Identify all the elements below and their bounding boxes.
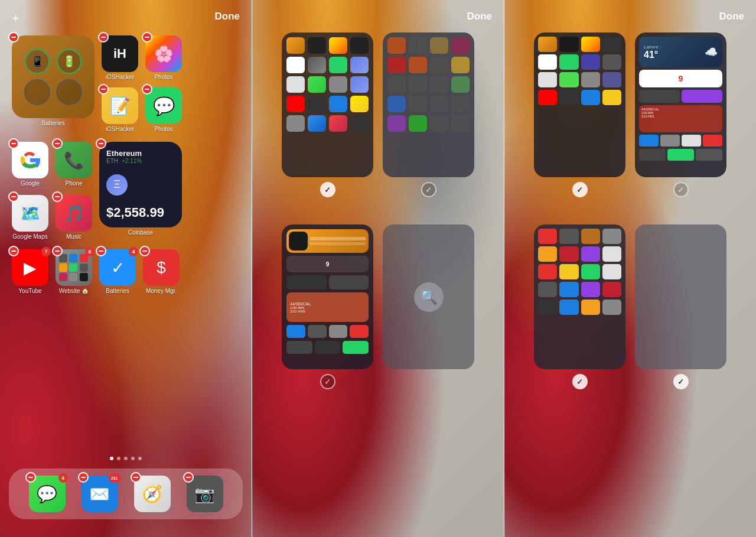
remove-google-button[interactable] bbox=[8, 138, 19, 149]
remove-maps-button[interactable] bbox=[8, 191, 19, 202]
maps-label: Google Maps bbox=[12, 233, 47, 240]
things-label: Batteries bbox=[106, 288, 129, 294]
website-folder-wrapper: 6 Website 🏠 bbox=[56, 249, 92, 294]
ios-hacker-label: iOSHacker bbox=[106, 74, 134, 80]
done-button-2[interactable]: Done bbox=[467, 11, 493, 22]
coinbase-widget: Ethereum ETH +2.11% Ξ $2,558.99 bbox=[99, 142, 182, 227]
website-label: Website 🏠 bbox=[59, 288, 89, 294]
eth-logo: Ξ bbox=[106, 174, 128, 196]
dot-5[interactable] bbox=[138, 457, 142, 460]
screen-thumb-empty-2[interactable]: 🔍 bbox=[383, 224, 474, 369]
app-row-1: 📱 🔋 Batteries iH iOSHacker bbox=[12, 35, 240, 132]
music-label: Music bbox=[66, 233, 82, 240]
screen-thumb-3-widgets[interactable]: Lahore · 41° ☁️ 9 bbox=[635, 32, 726, 177]
home-screen-content: 📱 🔋 Batteries iH iOSHacker bbox=[12, 35, 240, 304]
batteries-widget-wrapper: 📱 🔋 Batteries bbox=[12, 35, 94, 126]
remove-camera-button[interactable] bbox=[183, 472, 194, 483]
mail-dock-wrapper: ✉️ 231 bbox=[82, 476, 118, 512]
notes-label: iOSHacker bbox=[106, 126, 134, 132]
screen-thumb-add[interactable] bbox=[635, 224, 726, 369]
whatsapp-label: Photos bbox=[154, 126, 172, 132]
done-button-1[interactable]: Done bbox=[215, 11, 240, 22]
phone-wrapper: 📞 Phone bbox=[56, 142, 92, 187]
remove-ioshacker-button[interactable] bbox=[98, 32, 109, 43]
remove-phone-button[interactable] bbox=[52, 138, 63, 149]
check-3-1[interactable]: ✓ bbox=[572, 182, 588, 197]
remove-coinbase-button[interactable] bbox=[96, 138, 106, 149]
youtube-badge: 7 bbox=[41, 247, 51, 256]
dot-4[interactable] bbox=[131, 457, 135, 460]
phone-label: Phone bbox=[66, 180, 83, 187]
music-wrapper: 🎵 Music bbox=[56, 195, 92, 240]
photos-label: Photos bbox=[154, 74, 172, 80]
dot-3[interactable] bbox=[124, 457, 128, 460]
dot-1[interactable] bbox=[110, 457, 113, 460]
check-3-2[interactable]: ✓ bbox=[673, 182, 689, 197]
bottom-screen-row-3: ✓ ✓ bbox=[534, 224, 726, 389]
remove-messages-button[interactable] bbox=[25, 472, 36, 483]
youtube-wrapper: ▶ 7 YouTube bbox=[12, 249, 48, 294]
eth-name: Ethereum bbox=[106, 149, 142, 158]
eth-price: $2,558.99 bbox=[106, 205, 175, 220]
remove-things-button[interactable] bbox=[96, 246, 106, 256]
safari-dock-wrapper: 🧭 bbox=[134, 476, 171, 512]
check-3[interactable]: ✓ bbox=[320, 374, 335, 389]
dot-2[interactable] bbox=[117, 457, 120, 460]
page-indicator bbox=[0, 457, 252, 460]
screen-thumb-3[interactable]: 9 44/300CAL 1/30 MIN 2/10 HRS bbox=[282, 224, 373, 369]
things-wrapper: ✓ 4 Batteries bbox=[99, 249, 136, 294]
coinbase-wrapper: Ethereum ETH +2.11% Ξ $2,558.99 Coinbase bbox=[99, 142, 182, 236]
remove-mail-button[interactable] bbox=[78, 472, 89, 483]
money-wrapper: $ Money Mgr. bbox=[143, 249, 180, 294]
screen-chooser-2: ✓ bbox=[252, 32, 504, 502]
remove-batteries-button[interactable] bbox=[8, 32, 19, 43]
battery-icon-1: 📱 bbox=[31, 55, 44, 68]
check-2[interactable]: ✓ bbox=[421, 182, 436, 197]
remove-safari-button[interactable] bbox=[131, 472, 141, 483]
screen-thumb-1[interactable] bbox=[282, 32, 373, 177]
check-3-3[interactable]: ✓ bbox=[572, 374, 588, 389]
photos-wrapper: 🌸 Photos bbox=[145, 35, 182, 80]
website-badge: 6 bbox=[85, 247, 94, 256]
remove-notes-button[interactable] bbox=[98, 84, 109, 95]
remove-youtube-button[interactable] bbox=[8, 246, 19, 256]
batteries-label: Batteries bbox=[41, 120, 64, 126]
bottom-screen-row-2: 9 44/300CAL 1/30 MIN 2/10 HRS bbox=[282, 224, 474, 389]
dock: 💬 4 ✉️ 231 🧭 📷 bbox=[9, 468, 243, 519]
notes-wrapper: 📝 iOSHacker bbox=[102, 87, 138, 132]
remove-whatsapp-button[interactable] bbox=[142, 84, 152, 95]
eth-change: +2.11% bbox=[122, 158, 142, 164]
remove-website-button[interactable] bbox=[52, 246, 63, 256]
youtube-label: YouTube bbox=[18, 288, 41, 294]
things-badge: 4 bbox=[129, 247, 138, 256]
maps-wrapper: 🗺️ Google Maps bbox=[12, 195, 48, 240]
check-3-4[interactable]: ✓ bbox=[673, 374, 689, 389]
panel-1: + Done 📱 🔋 Batteries bbox=[0, 0, 252, 537]
remove-photos-button[interactable] bbox=[142, 32, 152, 43]
remove-music-button[interactable] bbox=[52, 191, 63, 202]
screen-chooser-3: ✓ Lahore · 41° ☁️ bbox=[504, 32, 756, 502]
top-screen-row-2: ✓ bbox=[282, 32, 474, 197]
done-button-3[interactable]: Done bbox=[719, 11, 745, 22]
screen-thumb-2[interactable] bbox=[383, 32, 474, 177]
eth-symbol: ETH bbox=[106, 158, 118, 164]
screen-thumb-3-3[interactable] bbox=[534, 224, 625, 369]
coinbase-label: Coinbase bbox=[128, 229, 153, 236]
messages-badge: 4 bbox=[58, 473, 68, 483]
app-row-4: ▶ 7 YouTube bbox=[12, 249, 240, 294]
add-widget-button[interactable]: + bbox=[12, 11, 19, 26]
whatsapp-wrapper: 💬 Photos bbox=[145, 87, 182, 132]
battery-icon-2: 🔋 bbox=[63, 55, 76, 68]
panel-2: Done bbox=[252, 0, 504, 537]
google-wrapper: Google bbox=[12, 142, 48, 187]
mail-badge: 231 bbox=[109, 473, 120, 483]
ios-hacker-wrapper: iH iOSHacker bbox=[102, 35, 138, 80]
messages-dock-wrapper: 💬 4 bbox=[29, 476, 66, 512]
search-icon-thumb: 🔍 bbox=[414, 282, 444, 312]
screen-thumb-3-1[interactable] bbox=[534, 32, 625, 177]
money-label: Money Mgr. bbox=[146, 288, 177, 294]
top-screen-row-3: ✓ Lahore · 41° ☁️ bbox=[534, 32, 726, 197]
remove-money-button[interactable] bbox=[139, 246, 150, 256]
check-1[interactable]: ✓ bbox=[320, 182, 335, 197]
google-label: Google bbox=[21, 180, 40, 187]
